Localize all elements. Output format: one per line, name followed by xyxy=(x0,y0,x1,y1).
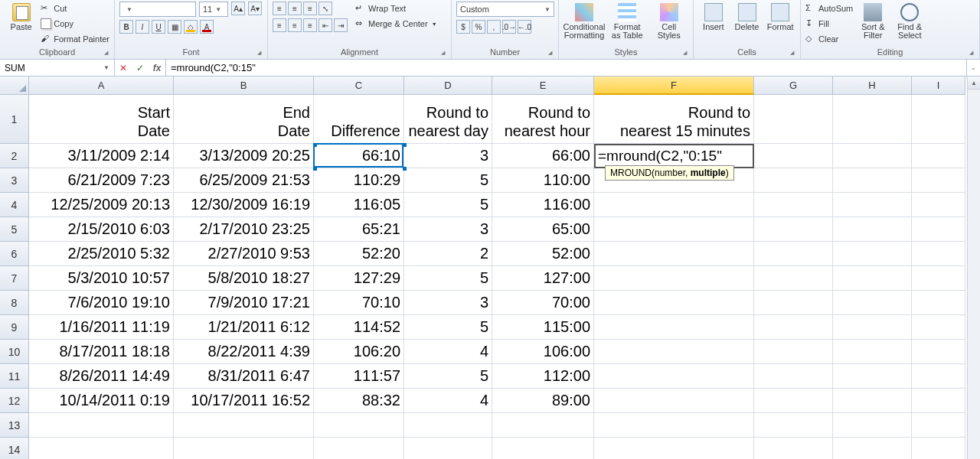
cell-E7[interactable]: 127:00 xyxy=(492,266,594,291)
row-header-9[interactable]: 9 xyxy=(0,315,29,340)
vertical-scrollbar[interactable]: ▲ xyxy=(967,76,980,459)
cell-I6[interactable] xyxy=(912,242,965,266)
cell-I12[interactable] xyxy=(912,389,965,413)
cell-A13[interactable] xyxy=(29,413,174,438)
cell-F4[interactable] xyxy=(594,193,754,217)
cell-D3[interactable]: 5 xyxy=(404,168,492,193)
align-right-button[interactable]: ≡ xyxy=(303,18,317,32)
col-header-G[interactable]: G xyxy=(754,76,833,95)
cell-G9[interactable] xyxy=(754,315,833,340)
shrink-font-button[interactable]: A▾ xyxy=(248,2,262,15)
cell-B7[interactable]: 5/8/2010 18:27 xyxy=(174,266,314,291)
cell-B10[interactable]: 8/22/2011 4:39 xyxy=(174,340,314,364)
cell-H4[interactable] xyxy=(833,193,912,217)
cell-G8[interactable] xyxy=(754,291,833,315)
cell-D12[interactable]: 4 xyxy=(404,389,492,413)
select-all-corner[interactable] xyxy=(0,76,29,95)
font-size-combo[interactable]: 11▼ xyxy=(199,2,228,17)
fx-button[interactable]: fx xyxy=(149,63,165,73)
cell-C11[interactable]: 111:57 xyxy=(314,364,404,389)
cell-D5[interactable]: 3 xyxy=(404,217,492,242)
autosum-button[interactable]: ΣAutoSum xyxy=(805,2,853,15)
delete-button[interactable]: Delete xyxy=(732,2,763,44)
cell-G2[interactable] xyxy=(754,144,833,168)
cell-A3[interactable]: 6/21/2009 7:23 xyxy=(29,168,174,193)
align-center-button[interactable]: ≡ xyxy=(288,18,302,32)
cell-D4[interactable]: 5 xyxy=(404,193,492,217)
cell-A10[interactable]: 8/17/2011 18:18 xyxy=(29,340,174,364)
cell-C9[interactable]: 114:52 xyxy=(314,315,404,340)
format-button[interactable]: Format xyxy=(765,2,795,44)
italic-button[interactable]: I xyxy=(136,20,149,34)
row-header-14[interactable]: 14 xyxy=(0,438,29,459)
cell-G1[interactable] xyxy=(754,95,833,144)
cell-F1[interactable]: Round to nearest 15 minutes xyxy=(594,95,754,144)
cell-E11[interactable]: 112:00 xyxy=(492,364,594,389)
cell-H14[interactable] xyxy=(833,438,912,459)
cell-C14[interactable] xyxy=(314,438,404,459)
cell-F12[interactable] xyxy=(594,389,754,413)
expand-formula-bar-button[interactable]: ⌄ xyxy=(966,60,980,76)
cell-A14[interactable] xyxy=(29,438,174,459)
cell-E9[interactable]: 115:00 xyxy=(492,315,594,340)
cell-B11[interactable]: 8/31/2011 6:47 xyxy=(174,364,314,389)
cell-D14[interactable] xyxy=(404,438,492,459)
format-painter-button[interactable]: 🖌Format Painter xyxy=(41,32,109,46)
align-bot-button[interactable]: ≡ xyxy=(303,2,317,15)
cell-F8[interactable] xyxy=(594,291,754,315)
cell-D1[interactable]: Round to nearest day xyxy=(404,95,492,144)
number-format-combo[interactable]: Custom▼ xyxy=(456,2,554,17)
align-mid-button[interactable]: ≡ xyxy=(288,2,302,15)
font-color-button[interactable]: A xyxy=(200,20,214,34)
dec-decimal-button[interactable]: ←.0 xyxy=(518,20,531,34)
cell-D8[interactable]: 3 xyxy=(404,291,492,315)
format-table-button[interactable]: Format as Table xyxy=(608,2,647,44)
col-header-H[interactable]: H xyxy=(833,76,912,95)
cell-G5[interactable] xyxy=(754,217,833,242)
cell-E6[interactable]: 52:00 xyxy=(492,242,594,266)
align-top-button[interactable]: ≡ xyxy=(273,2,286,15)
cell-A7[interactable]: 5/3/2010 10:57 xyxy=(29,266,174,291)
cell-D10[interactable]: 4 xyxy=(404,340,492,364)
cell-H11[interactable] xyxy=(833,364,912,389)
enter-button[interactable]: ✓ xyxy=(132,63,149,73)
paste-button[interactable]: Paste xyxy=(5,2,38,44)
cell-B8[interactable]: 7/9/2010 17:21 xyxy=(174,291,314,315)
cell-D6[interactable]: 2 xyxy=(404,242,492,266)
cell-B5[interactable]: 2/17/2010 23:25 xyxy=(174,217,314,242)
cell-E10[interactable]: 106:00 xyxy=(492,340,594,364)
cell-G14[interactable] xyxy=(754,438,833,459)
formula-input[interactable]: =mround(C2,"0:15" xyxy=(166,60,966,76)
cell-E1[interactable]: Round to nearest hour xyxy=(492,95,594,144)
cell-B14[interactable] xyxy=(174,438,314,459)
row-header-12[interactable]: 12 xyxy=(0,389,29,413)
cell-C13[interactable] xyxy=(314,413,404,438)
cell-F2[interactable]: =mround(C2,"0:15"MROUND(number, multiple… xyxy=(594,144,754,168)
cut-button[interactable]: ✂Cut xyxy=(41,2,109,15)
cell-G13[interactable] xyxy=(754,413,833,438)
orientation-button[interactable]: ⤡ xyxy=(318,2,332,15)
cell-G3[interactable] xyxy=(754,168,833,193)
cell-I4[interactable] xyxy=(912,193,965,217)
cell-C1[interactable]: Difference xyxy=(314,95,404,144)
cell-B13[interactable] xyxy=(174,413,314,438)
cell-D7[interactable]: 5 xyxy=(404,266,492,291)
cell-F7[interactable] xyxy=(594,266,754,291)
cell-B2[interactable]: 3/13/2009 20:25 xyxy=(174,144,314,168)
cell-H7[interactable] xyxy=(833,266,912,291)
cell-B12[interactable]: 10/17/2011 16:52 xyxy=(174,389,314,413)
cell-H3[interactable] xyxy=(833,168,912,193)
cell-C6[interactable]: 52:20 xyxy=(314,242,404,266)
cell-A12[interactable]: 10/14/2011 0:19 xyxy=(29,389,174,413)
cell-I2[interactable] xyxy=(912,144,965,168)
cell-I1[interactable] xyxy=(912,95,965,144)
row-header-1[interactable]: 1 xyxy=(0,95,29,144)
col-header-D[interactable]: D xyxy=(404,76,492,95)
cell-I5[interactable] xyxy=(912,217,965,242)
cell-G7[interactable] xyxy=(754,266,833,291)
cell-H2[interactable] xyxy=(833,144,912,168)
cell-I7[interactable] xyxy=(912,266,965,291)
insert-button[interactable]: Insert xyxy=(698,2,729,44)
cell-B4[interactable]: 12/30/2009 16:19 xyxy=(174,193,314,217)
cell-A6[interactable]: 2/25/2010 5:32 xyxy=(29,242,174,266)
